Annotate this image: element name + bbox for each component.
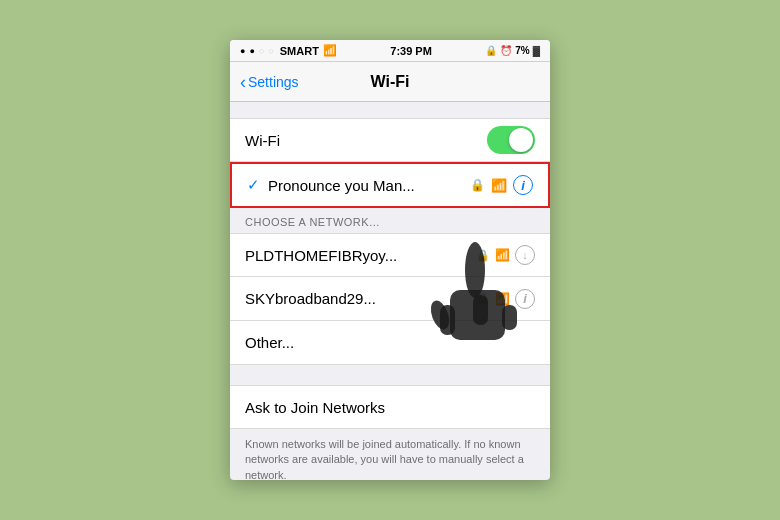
back-button[interactable]: ‹ Settings bbox=[240, 73, 299, 91]
signal-dot1: ● bbox=[240, 46, 245, 56]
battery-percent: 7% bbox=[515, 45, 529, 56]
status-right: 🔒 ⏰ 7% ▓ bbox=[485, 45, 540, 56]
lock-icon-sky: 🔒 bbox=[476, 292, 490, 305]
phone-frame: ● ● ○ ○ SMART 📶 7:39 PM 🔒 ⏰ 7% ▓ ‹ Setti… bbox=[230, 40, 550, 480]
network-row-sky[interactable]: SKYbroadband29... 🔒 📶 i bbox=[230, 277, 550, 321]
alarm-icon: ⏰ bbox=[500, 45, 512, 56]
network-list: PLDTHOMEFIBRyoy... 🔒 📶 ↓ SKYbroadband29.… bbox=[230, 233, 550, 365]
network-row-pldthome[interactable]: PLDTHOMEFIBRyoy... 🔒 📶 ↓ bbox=[230, 233, 550, 277]
signal-dot2: ● bbox=[249, 46, 254, 56]
wifi-toggle[interactable] bbox=[487, 126, 535, 154]
network-name-pldthome: PLDTHOMEFIBRyoy... bbox=[245, 247, 476, 264]
wifi-signal-icon: 📶 bbox=[491, 178, 507, 193]
network-sky-icons: 🔒 📶 i bbox=[476, 289, 535, 309]
info-button[interactable]: i bbox=[513, 175, 533, 195]
info-button-sky[interactable]: i bbox=[515, 289, 535, 309]
wifi-section: Wi-Fi bbox=[230, 118, 550, 162]
wifi-status-icon: 📶 bbox=[323, 44, 337, 57]
connected-checkmark: ✓ bbox=[247, 176, 260, 194]
ask-row: Ask to Join Networks bbox=[230, 385, 550, 429]
download-icon-pldthome: ↓ bbox=[515, 245, 535, 265]
connected-network-icons: 🔒 📶 i bbox=[470, 175, 533, 195]
back-chevron-icon: ‹ bbox=[240, 73, 246, 91]
status-left: ● ● ○ ○ SMART 📶 bbox=[240, 44, 337, 57]
ask-description: Known networks will be joined automatica… bbox=[230, 429, 550, 480]
info-label: i bbox=[521, 178, 525, 193]
page-title: Wi-Fi bbox=[371, 73, 410, 91]
signal-dot3: ○ bbox=[259, 46, 264, 56]
ask-section: Ask to Join Networks Known networks will… bbox=[230, 385, 550, 480]
lock-icon: 🔒 bbox=[470, 178, 485, 192]
wifi-icon-pldthome: 📶 bbox=[495, 248, 510, 262]
nav-bar: ‹ Settings Wi-Fi bbox=[230, 62, 550, 102]
network-pldthome-icons: 🔒 📶 ↓ bbox=[476, 245, 535, 265]
connected-network-name: Pronounce you Man... bbox=[268, 177, 470, 194]
status-time: 7:39 PM bbox=[390, 45, 432, 57]
connected-network-row[interactable]: ✓ Pronounce you Man... 🔒 📶 i bbox=[230, 162, 550, 208]
wifi-icon-sky: 📶 bbox=[495, 292, 510, 306]
network-row-other[interactable]: Other... bbox=[230, 321, 550, 365]
lock-icon-pldthome: 🔒 bbox=[476, 249, 490, 262]
wifi-toggle-row: Wi-Fi bbox=[230, 118, 550, 162]
battery-icon: ▓ bbox=[533, 45, 540, 56]
wifi-label: Wi-Fi bbox=[245, 132, 487, 149]
back-label: Settings bbox=[248, 74, 299, 90]
toggle-knob bbox=[509, 128, 533, 152]
ask-label: Ask to Join Networks bbox=[245, 399, 535, 416]
carrier-name: SMART bbox=[280, 45, 319, 57]
lock-status-icon: 🔒 bbox=[485, 45, 497, 56]
choose-network-header: CHOOSE A NETWORK... bbox=[230, 208, 550, 233]
network-name-sky: SKYbroadband29... bbox=[245, 290, 476, 307]
status-bar: ● ● ○ ○ SMART 📶 7:39 PM 🔒 ⏰ 7% ▓ bbox=[230, 40, 550, 62]
signal-dot4: ○ bbox=[268, 46, 273, 56]
other-label: Other... bbox=[245, 334, 535, 351]
